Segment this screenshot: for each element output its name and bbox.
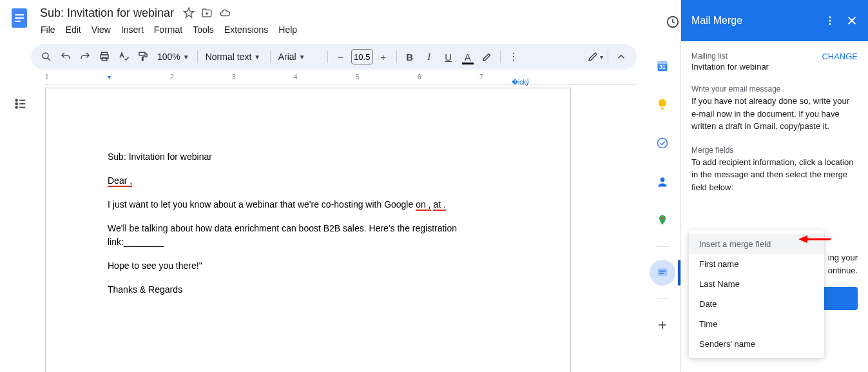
zoom-select[interactable]: 100%▼ — [153, 48, 193, 66]
doc-line-thanks: Thanks & Regards — [108, 284, 182, 295]
doc-word-at: at . — [433, 199, 445, 211]
menu-view[interactable]: View — [87, 22, 115, 37]
decrease-fontsize-button[interactable]: − — [332, 48, 350, 66]
fontsize-input[interactable] — [351, 49, 373, 64]
change-button[interactable]: CHANGE — [822, 52, 858, 61]
ruler-num: 6 — [418, 73, 421, 81]
menu-bar: File Edit View Insert Format Tools Exten… — [36, 22, 660, 37]
side-panel-rail: 31 — [644, 45, 680, 338]
svg-point-23 — [661, 177, 665, 182]
svg-point-13 — [513, 56, 514, 57]
svg-text:31: 31 — [659, 64, 666, 70]
svg-rect-3 — [15, 21, 21, 22]
mailing-list-value: Invitation for webinar — [691, 62, 769, 72]
outline-toggle-icon[interactable] — [14, 97, 32, 115]
menu-help[interactable]: Help — [274, 22, 302, 37]
zoom-value: 100% — [157, 52, 180, 62]
merge-fields-text: To add recipient information, click a lo… — [691, 156, 858, 194]
toolbar: 100%▼ Normal text▼ Arial▼ − + B I U A ▾ — [31, 44, 637, 70]
svg-point-24 — [661, 217, 663, 219]
style-value: Normal text — [206, 52, 252, 62]
calendar-icon[interactable]: 31 — [650, 53, 675, 79]
text-color-button[interactable]: A — [459, 48, 477, 66]
font-select[interactable]: Arial▼ — [275, 48, 323, 66]
menu-format[interactable]: Format — [149, 22, 187, 37]
doc-line-hope: Hope to see you there!" — [108, 260, 202, 271]
svg-rect-11 — [139, 52, 145, 55]
svg-point-30 — [829, 23, 831, 25]
increase-fontsize-button[interactable]: + — [374, 48, 392, 66]
merge-option-senders-name[interactable]: Senders' name — [689, 334, 824, 354]
svg-point-7 — [43, 53, 48, 59]
search-icon[interactable] — [37, 48, 55, 66]
indent-marker-left-icon[interactable]: ▾ — [108, 73, 111, 81]
doc-line-4b: ________ — [124, 237, 164, 247]
svg-point-28 — [829, 16, 831, 18]
merge-option-last-name[interactable]: Last Name — [689, 274, 824, 294]
add-addon-icon[interactable] — [650, 312, 675, 338]
italic-button[interactable]: I — [420, 48, 438, 66]
menu-file[interactable]: File — [36, 22, 60, 37]
svg-rect-2 — [15, 17, 24, 19]
merge-field-dropdown[interactable]: Insert a merge field First name Last Nam… — [689, 230, 824, 358]
doc-word-dear: Dear — [108, 175, 127, 187]
cloud-status-icon[interactable] — [219, 7, 231, 19]
spellcheck-icon[interactable] — [115, 48, 133, 66]
mail-merge-panel: Mail Merge Mailing list Invitation for w… — [680, 0, 868, 372]
document-page[interactable]: Sub: Invitation for webinar Dear , I jus… — [45, 88, 571, 372]
doc-word-on: on , — [416, 199, 430, 211]
more-options-icon[interactable] — [505, 48, 523, 66]
mail-merge-body: Mailing list Invitation for webinar CHAN… — [681, 41, 868, 372]
keep-icon[interactable] — [650, 92, 675, 117]
panel-more-icon[interactable] — [824, 15, 836, 26]
bold-button[interactable]: B — [401, 48, 419, 66]
docs-logo-icon[interactable] — [8, 6, 31, 30]
collapse-icon[interactable] — [612, 48, 630, 66]
ruler-num: 4 — [294, 73, 298, 81]
contacts-icon[interactable] — [650, 169, 675, 195]
redo-icon[interactable] — [76, 48, 94, 66]
font-value: Arial — [278, 52, 296, 62]
ruler-num: 5 — [356, 73, 360, 81]
merge-dropdown-header[interactable]: Insert a merge field — [689, 234, 824, 254]
merge-option-time[interactable]: Time — [689, 314, 824, 334]
svg-rect-25 — [658, 268, 668, 276]
document-title[interactable]: Sub: Invitation for webinar — [36, 5, 178, 21]
svg-rect-1 — [15, 14, 24, 15]
ruler-num: 2 — [170, 73, 174, 81]
svg-point-22 — [658, 139, 668, 148]
doc-line-3a: I just want to let you know about a webi… — [108, 199, 416, 210]
editing-mode-button[interactable]: ▾ — [586, 48, 604, 66]
print-icon[interactable] — [95, 48, 113, 66]
ruler-num: 7 — [479, 73, 483, 81]
doc-line-subject: Sub: Invitation for webinar — [108, 152, 212, 162]
write-message-label: Write your email message — [691, 84, 858, 93]
star-icon[interactable] — [183, 7, 195, 19]
mail-merge-addon-icon[interactable] — [650, 260, 675, 286]
menu-insert[interactable]: Insert — [117, 22, 148, 37]
menu-extensions[interactable]: Extensions — [220, 22, 273, 37]
svg-point-14 — [513, 59, 514, 61]
panel-close-icon[interactable] — [846, 15, 858, 26]
ruler-num: 1 — [45, 73, 49, 81]
paragraph-style-select[interactable]: Normal text▼ — [202, 48, 266, 66]
svg-point-29 — [829, 20, 831, 22]
tasks-icon[interactable] — [650, 130, 675, 156]
svg-point-16 — [15, 103, 17, 105]
paint-format-icon[interactable] — [134, 48, 152, 66]
undo-icon[interactable] — [57, 48, 75, 66]
merge-option-date[interactable]: Date — [689, 294, 824, 314]
mail-merge-title: Mail Merge — [691, 15, 742, 26]
menu-edit[interactable]: Edit — [61, 22, 86, 37]
merge-fields-label: Merge fields — [691, 146, 858, 155]
move-icon[interactable] — [201, 7, 213, 19]
menu-tools[interactable]: Tools — [188, 22, 218, 37]
underline-button[interactable]: U — [439, 48, 458, 66]
write-message-text: If you have not already done so, write y… — [691, 95, 858, 133]
svg-rect-21 — [661, 108, 664, 110]
maps-icon[interactable] — [650, 208, 675, 233]
doc-word-comma: , — [127, 175, 132, 187]
merge-option-first-name[interactable]: First name — [689, 254, 824, 274]
svg-rect-26 — [659, 271, 666, 272]
highlight-button[interactable] — [478, 48, 496, 66]
